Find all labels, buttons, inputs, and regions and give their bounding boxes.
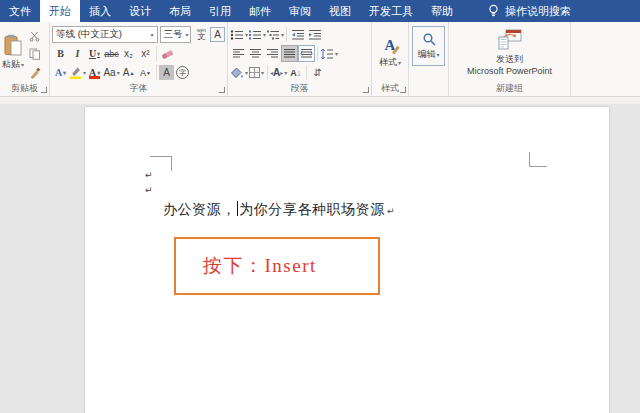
enclose-characters-button[interactable]: 字 (174, 64, 191, 81)
send-button-line1: 发送到 (496, 53, 523, 66)
text-effects-button[interactable]: A (52, 64, 69, 81)
tab-references[interactable]: 引用 (200, 0, 240, 22)
font-name-dropdown-arrow: ▾ (148, 31, 154, 38)
decrease-indent-button[interactable] (289, 26, 306, 43)
tab-mailings[interactable]: 邮件 (240, 0, 280, 22)
styles-dialog-launcher[interactable] (400, 87, 406, 93)
paragraph-group-label-text: 段落 (291, 83, 309, 93)
clipboard-group-label-text: 剪贴板 (11, 83, 38, 93)
numbering-button[interactable] (248, 26, 266, 43)
tab-insert[interactable]: 插入 (80, 0, 120, 22)
character-shading-button[interactable]: A (159, 65, 174, 80)
strikethrough-button[interactable]: abc (103, 45, 120, 62)
align-center-button[interactable] (247, 45, 264, 62)
align-left-icon (232, 48, 245, 59)
char-scale-icon: ◂ A ▸ (270, 67, 283, 78)
show-hide-marks-button[interactable]: ⇵ (309, 64, 326, 81)
para-row3-divider2 (306, 65, 307, 80)
editing-button-label: 编辑 (417, 48, 439, 61)
paragraph-mark: ↵ (145, 170, 153, 180)
tab-design[interactable]: 设计 (120, 0, 160, 22)
copy-button[interactable] (26, 46, 43, 63)
text-cursor (237, 201, 238, 216)
align-left-button[interactable] (230, 45, 247, 62)
text-before-cursor: 办公资源， (163, 201, 236, 217)
font-name-value: 等线 (中文正文) (56, 28, 122, 41)
font-color-bar (89, 76, 100, 79)
sort-button[interactable]: A ↓ (287, 64, 304, 81)
styles-button-label: 样式 (379, 56, 401, 69)
font-size-combo[interactable]: 三号 ▾ (160, 26, 191, 43)
tab-view[interactable]: 视图 (320, 0, 360, 22)
font-color-button[interactable]: A (86, 64, 103, 81)
bold-button[interactable]: B (52, 45, 69, 62)
grow-font-button[interactable]: A▲ (120, 64, 137, 81)
paragraph-dialog-launcher[interactable] (363, 87, 369, 93)
editing-group: 编辑 (409, 22, 449, 96)
sort-icon: A ↓ (290, 68, 301, 78)
magnifier-icon (422, 32, 436, 46)
subscript-button[interactable]: x₂ (120, 45, 137, 62)
decrease-indent-icon (291, 29, 305, 41)
character-border-button[interactable]: A (210, 27, 225, 42)
paragraph-group: ◂ A ▸ A ↓ ⇵ (228, 22, 372, 96)
shrink-font-button[interactable]: A▼ (137, 64, 154, 81)
align-right-button[interactable] (264, 45, 281, 62)
para-row1-divider (286, 27, 287, 42)
enclose-characters-icon: 字 (176, 66, 189, 79)
bullets-button[interactable] (230, 26, 248, 43)
phonetic-guide-button[interactable]: wén 文 (193, 26, 210, 43)
insert-text-box[interactable]: 按下：Insert (174, 237, 380, 295)
document-page[interactable]: ↵ ↵ 办公资源，为你分享各种职场资源↵ 按下：Insert (85, 107, 609, 413)
clipboard-group-label: 剪贴板 (0, 82, 49, 96)
tab-layout[interactable]: 布局 (160, 0, 200, 22)
paint-bucket-icon (230, 67, 244, 79)
eraser-icon (161, 48, 174, 60)
format-painter-icon (29, 67, 41, 79)
line-spacing-button[interactable] (320, 45, 338, 62)
paste-label: 粘贴 (2, 58, 24, 71)
tab-file[interactable]: 文件 (0, 0, 40, 22)
paste-button[interactable]: 粘贴 (0, 25, 26, 80)
ribbon-bottom-strip (0, 97, 640, 104)
shrink-arrow-icon: ▼ (146, 70, 151, 76)
font-dialog-launcher[interactable] (219, 87, 225, 93)
borders-button[interactable] (248, 64, 265, 81)
asian-layout-button[interactable]: ◂ A ▸ (270, 64, 287, 81)
italic-button[interactable]: I (69, 45, 86, 62)
ribbon: 粘贴 (0, 22, 640, 97)
clear-formatting-button[interactable] (159, 45, 176, 62)
superscript-button[interactable]: x² (137, 45, 154, 62)
tab-developer[interactable]: 开发工具 (360, 0, 422, 22)
clipboard-dialog-launcher[interactable] (41, 87, 47, 93)
send-to-powerpoint-icon (497, 29, 523, 51)
borders-grid-icon (249, 67, 260, 78)
increase-indent-button[interactable] (306, 26, 323, 43)
font-name-combo[interactable]: 等线 (中文正文) ▾ (52, 26, 158, 43)
phonetic-guide-icon: wén 文 (197, 28, 206, 41)
editing-button[interactable]: 编辑 (412, 26, 445, 66)
cut-button[interactable] (26, 28, 43, 45)
multilevel-list-button[interactable] (266, 26, 284, 43)
tell-me-search[interactable]: 操作说明搜索 (480, 0, 579, 22)
highlight-color-button[interactable] (69, 64, 86, 81)
styles-group-label-text: 样式 (381, 83, 399, 93)
shading-button[interactable] (230, 64, 248, 81)
send-to-powerpoint-button[interactable]: 发送到 Microsoft PowerPoint (463, 25, 556, 80)
tab-help[interactable]: 帮助 (422, 0, 462, 22)
format-painter-button[interactable] (26, 64, 43, 81)
styles-button[interactable]: A 样式 (372, 25, 408, 80)
numbering-icon (248, 29, 262, 41)
paragraph-mark: ↵ (145, 185, 153, 195)
underline-button[interactable]: U (86, 45, 103, 62)
font-group-label: 字体 (50, 82, 227, 96)
new-group-label: 新建组 (449, 82, 570, 96)
body-text-line[interactable]: 办公资源，为你分享各种职场资源↵ (163, 201, 395, 219)
align-center-icon (249, 48, 262, 59)
tab-review[interactable]: 审阅 (280, 0, 320, 22)
tab-home[interactable]: 开始 (40, 0, 80, 22)
distribute-text-button[interactable] (298, 45, 315, 62)
highlighter-icon (69, 66, 82, 79)
change-case-button[interactable]: Aa (103, 64, 120, 81)
justify-button[interactable] (281, 45, 298, 62)
